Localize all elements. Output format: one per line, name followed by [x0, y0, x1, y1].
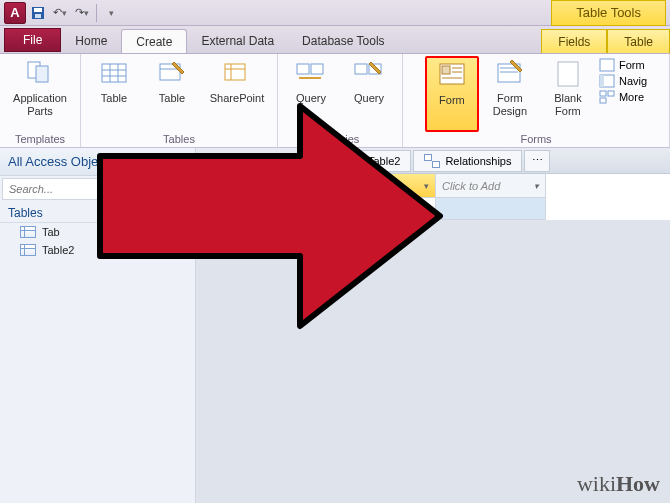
query-wizard-button[interactable]: Query [284, 56, 338, 132]
doc-tab-label: Table2 [368, 155, 400, 167]
svg-rect-12 [225, 64, 245, 80]
nav-item-table2[interactable]: Table2 [0, 241, 195, 259]
column-header-add[interactable]: Click to Add ▾ [436, 174, 546, 198]
qat-undo-icon[interactable]: ↶▾ [50, 3, 70, 23]
navigation-pane: All Access Objects ▾ Tables Tab Table2 [0, 148, 196, 503]
table-design-button[interactable]: Table [145, 56, 199, 132]
datasheet-new-row[interactable]: (New) [336, 198, 670, 220]
nav-item-table1[interactable]: Tab [0, 223, 195, 241]
sharepoint-button[interactable]: SharePoint [203, 56, 271, 132]
form-design-icon [494, 58, 526, 90]
doc-tab-more[interactable]: ⋯ [524, 150, 550, 172]
svg-rect-31 [600, 91, 606, 96]
qat-redo-icon[interactable]: ↷▾ [72, 3, 92, 23]
table-button[interactable]: Table [87, 56, 141, 132]
qat-customize-icon[interactable]: ▾ [101, 3, 121, 23]
tab-fields[interactable]: Fields [541, 29, 607, 53]
form-design-button[interactable]: Form Design [483, 56, 537, 132]
column-id-label: ID [362, 180, 373, 192]
form-design-label: Form Design [493, 92, 527, 118]
nav-pane-header[interactable]: All Access Objects ▾ [0, 148, 195, 176]
ribbon: Application Parts Templates Table Table … [0, 54, 670, 148]
column-header-id[interactable]: ID ▾ [356, 174, 436, 198]
watermark-wiki: wiki [577, 471, 616, 496]
dropdown-icon: ▾ [534, 181, 539, 191]
tab-home[interactable]: Home [61, 29, 121, 53]
qat-separator [96, 4, 97, 22]
table-icon [98, 58, 130, 90]
application-parts-icon [24, 58, 56, 90]
group-forms: Form Form Design Blank Form Form Navig M… [403, 54, 670, 147]
document-area: Table2 Relationships ⋯ ID ▾ Click to Add… [196, 148, 670, 503]
doc-tab-table2[interactable]: Table2 [336, 150, 411, 172]
datasheet: ID ▾ Click to Add ▾ (New) [336, 174, 670, 220]
group-queries-label: Queries [321, 132, 360, 147]
table-icon [20, 244, 36, 256]
cell-id-new[interactable]: (New) [356, 198, 436, 220]
forms-more-list: Form Navig More [599, 56, 647, 132]
nav-item-label: Tab [42, 226, 60, 238]
group-templates-label: Templates [15, 132, 65, 147]
tab-table[interactable]: Table [607, 29, 670, 53]
svg-rect-27 [558, 62, 578, 86]
chevron-down-icon: ▾ [182, 157, 187, 167]
blank-form-label: Blank Form [554, 92, 582, 118]
svg-rect-2 [35, 14, 41, 18]
tab-database-tools[interactable]: Database Tools [288, 29, 399, 53]
svg-rect-15 [297, 64, 309, 74]
nav-group-tables[interactable]: Tables [0, 202, 195, 223]
watermark: wikiHow [577, 471, 660, 497]
row-selector[interactable] [336, 198, 356, 220]
nav-pane-title: All Access Objects [8, 154, 115, 169]
cell-add-new[interactable] [436, 198, 546, 220]
blank-form-icon [552, 58, 584, 90]
row-selector-header[interactable] [336, 174, 356, 198]
doc-tab-relationships[interactable]: Relationships [413, 150, 522, 172]
table-icon [347, 155, 363, 167]
sharepoint-label: SharePoint [210, 92, 264, 105]
chevron-right-icon: ⋯ [532, 154, 543, 167]
svg-rect-4 [36, 66, 48, 82]
column-add-label: Click to Add [442, 180, 500, 192]
query-design-button[interactable]: Query [342, 56, 396, 132]
svg-rect-16 [311, 64, 323, 74]
search-input[interactable] [2, 178, 193, 200]
nav-item-label: Table2 [42, 244, 74, 256]
form-wizard-label: Form [619, 59, 645, 71]
svg-rect-30 [600, 75, 604, 87]
form-button[interactable]: Form [425, 56, 479, 132]
tab-create[interactable]: Create [121, 29, 187, 53]
navigation-button[interactable]: Navig [599, 74, 647, 88]
table-label: Table [101, 92, 127, 105]
form-icon [436, 60, 468, 92]
svg-rect-33 [600, 98, 606, 103]
svg-rect-17 [355, 64, 367, 74]
document-tabs: Table2 Relationships ⋯ [196, 148, 670, 174]
query-wizard-label: Query [296, 92, 326, 105]
group-forms-label: Forms [520, 132, 551, 147]
blank-form-button[interactable]: Blank Form [541, 56, 595, 132]
application-parts-button[interactable]: Application Parts [6, 56, 74, 132]
dropdown-icon: ▾ [424, 181, 429, 191]
svg-rect-5 [102, 64, 126, 82]
qat-save-icon[interactable] [28, 3, 48, 23]
nav-group-label: Tables [8, 206, 43, 220]
form-label: Form [439, 94, 465, 107]
form-wizard-button[interactable]: Form [599, 58, 647, 72]
more-forms-label: More [619, 91, 644, 103]
more-forms-button[interactable]: More [599, 90, 647, 104]
application-parts-label: Application Parts [13, 92, 67, 118]
group-tables-label: Tables [163, 132, 195, 147]
table-design-label: Table [159, 92, 185, 105]
doc-tab-label: Relationships [445, 155, 511, 167]
table-tools-contextual-label: Table Tools [551, 0, 666, 26]
query-wizard-icon [295, 58, 327, 90]
workspace: All Access Objects ▾ Tables Tab Table2 T… [0, 148, 670, 503]
query-design-label: Query [354, 92, 384, 105]
nav-search [2, 178, 193, 200]
table-icon [20, 226, 36, 238]
query-design-icon [353, 58, 385, 90]
file-tab[interactable]: File [4, 28, 61, 52]
group-templates: Application Parts Templates [0, 54, 81, 147]
tab-external-data[interactable]: External Data [187, 29, 288, 53]
